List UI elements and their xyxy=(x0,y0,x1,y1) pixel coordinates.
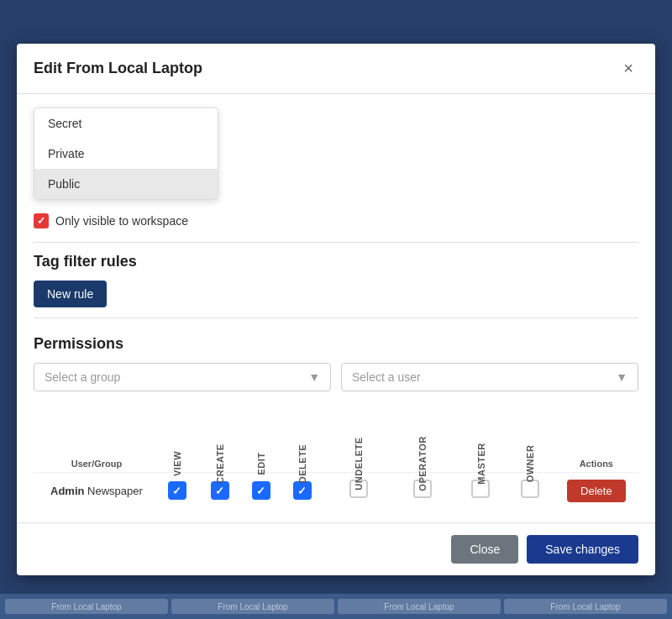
col-header-undelete: UNDELETE xyxy=(327,405,390,472)
bg-hint-2: From Local Laptop xyxy=(171,599,334,614)
permissions-section: Permissions Select a group ▼ Select a us… xyxy=(34,335,638,509)
cell-actions: Delete xyxy=(554,472,638,509)
modal-overlay: Edit From Local Laptop × Secret Private … xyxy=(0,0,672,619)
tag-filter-section: Tag filter rules New rule xyxy=(34,253,638,307)
bg-hint-3: From Local Laptop xyxy=(338,599,501,614)
section-divider-2 xyxy=(34,317,638,318)
cell-view xyxy=(160,472,195,509)
checkbox-view[interactable] xyxy=(168,481,186,500)
select-row: Select a group ▼ Select a user ▼ xyxy=(34,363,638,391)
select-group-dropdown[interactable]: Select a group ▼ xyxy=(34,363,331,391)
table-row: Admin Newspaper xyxy=(34,472,638,509)
permissions-table: User/Group VIEW CREATE EDIT DEL xyxy=(34,405,638,509)
user-name: Newspaper xyxy=(87,485,143,497)
dropdown-item-private[interactable]: Private xyxy=(34,139,218,169)
delete-row-button[interactable]: Delete xyxy=(567,480,626,502)
col-header-owner: OWNER xyxy=(507,405,554,472)
col-header-delete: DELETE xyxy=(278,405,327,472)
modal-header: Edit From Local Laptop × xyxy=(17,44,655,94)
col-header-actions: Actions xyxy=(554,405,638,472)
col-header-master: MASTER xyxy=(455,405,507,472)
admin-label: Admin xyxy=(50,485,84,497)
select-user-arrow-icon: ▼ xyxy=(616,370,627,384)
close-button[interactable]: Close xyxy=(451,535,518,564)
modal-dialog: Edit From Local Laptop × Secret Private … xyxy=(17,44,655,575)
col-header-operator: OPERATOR xyxy=(390,405,454,472)
permissions-title: Permissions xyxy=(34,335,638,353)
dropdown-item-public[interactable]: Public xyxy=(34,169,218,199)
checkbox-owner[interactable] xyxy=(521,480,539,498)
visibility-checkbox-row: Only visible to workspace xyxy=(34,213,638,228)
visibility-dropdown-menu[interactable]: Secret Private Public xyxy=(34,108,218,200)
col-header-create: CREATE xyxy=(195,405,244,472)
select-user-dropdown[interactable]: Select a user ▼ xyxy=(341,363,638,391)
cell-edit xyxy=(244,472,277,509)
checkbox-delete[interactable] xyxy=(293,481,312,500)
workspace-visibility-checkbox[interactable] xyxy=(34,213,49,228)
bg-hint-1: From Local Laptop xyxy=(5,599,168,614)
modal-body: Secret Private Public Only visible to wo… xyxy=(17,94,655,522)
visibility-dropdown-container: Secret Private Public xyxy=(34,108,638,200)
checkbox-create[interactable] xyxy=(211,481,229,500)
row-user-group: Admin Newspaper xyxy=(34,472,160,509)
section-divider-1 xyxy=(34,242,638,243)
new-rule-button[interactable]: New rule xyxy=(34,281,107,307)
modal-close-button[interactable]: × xyxy=(618,57,638,80)
modal-title: Edit From Local Laptop xyxy=(34,60,202,77)
select-user-placeholder: Select a user xyxy=(352,370,421,384)
select-group-placeholder: Select a group xyxy=(45,370,120,384)
save-changes-button[interactable]: Save changes xyxy=(527,535,638,564)
modal-footer: Close Save changes xyxy=(17,522,655,575)
workspace-visibility-label: Only visible to workspace xyxy=(55,214,188,228)
dropdown-item-secret[interactable]: Secret xyxy=(34,108,218,139)
col-header-user-group: User/Group xyxy=(34,405,160,472)
col-header-view: VIEW xyxy=(160,405,195,472)
select-group-arrow-icon: ▼ xyxy=(308,370,320,384)
background-taskbar: From Local Laptop From Local Laptop From… xyxy=(0,594,672,619)
bg-hint-4: From Local Laptop xyxy=(504,599,667,614)
tag-filter-title: Tag filter rules xyxy=(34,253,638,270)
checkbox-edit[interactable] xyxy=(252,481,270,500)
col-header-edit: EDIT xyxy=(244,405,277,472)
